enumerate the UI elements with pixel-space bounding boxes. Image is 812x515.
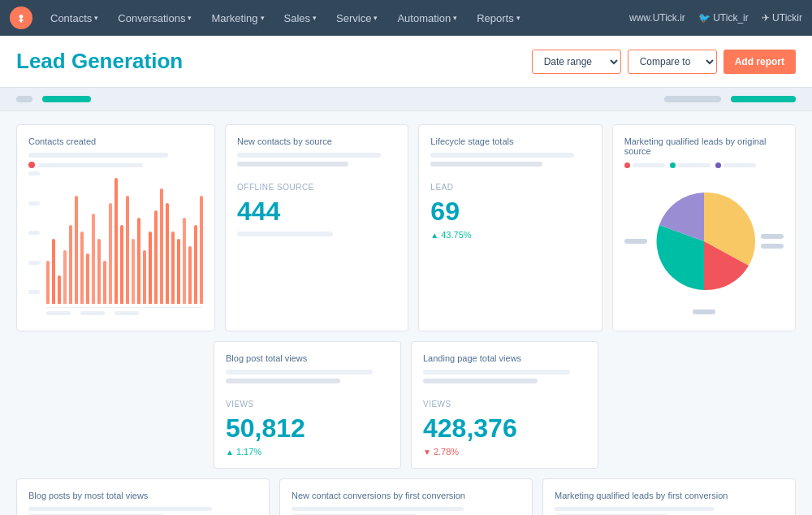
bar-segment — [103, 261, 106, 304]
stacked-bars-3 — [555, 507, 784, 515]
pie-chart-wrapper — [624, 168, 784, 314]
x-label — [46, 311, 71, 315]
bar-segment — [120, 225, 123, 304]
sp-bar — [28, 507, 212, 511]
bottom-title-3: Marketing qualified leads by first conve… — [555, 491, 784, 500]
filter-bar — [0, 88, 812, 111]
placeholder-bar — [430, 162, 542, 167]
landing-views-label: VIEWS — [423, 400, 586, 409]
sp-bar — [555, 507, 715, 511]
mql-title: Marketing qualified leads by original so… — [624, 136, 784, 156]
nav-watermarks: www.UTick.ir 🐦 UTick_ir ✈ UTickir — [629, 12, 802, 24]
chevron-down-icon: ▾ — [188, 14, 192, 22]
new-contacts-title: New contacts by source — [237, 136, 396, 146]
pie-labels-left — [624, 239, 647, 244]
bar-segment — [200, 196, 203, 304]
filter-pill-active[interactable] — [42, 96, 91, 102]
blog-views-title: Blog post total views — [226, 353, 389, 363]
landing-views-value: 428,376 — [423, 413, 586, 444]
placeholder-bar — [423, 379, 538, 383]
bar-segment — [109, 203, 112, 304]
placeholder-bar — [226, 370, 373, 374]
chevron-down-icon: ▾ — [313, 14, 317, 22]
pie-labels-bottom — [693, 309, 715, 314]
legend-dot-1 — [624, 162, 630, 168]
legend-item-1 — [624, 162, 665, 168]
header-controls: Date range Compare to Add report — [532, 50, 796, 74]
bottom-card-2: New contact conversions by first convers… — [279, 478, 533, 515]
bar-segment — [177, 239, 180, 304]
nav-conversations[interactable]: Conversations ▾ — [110, 0, 200, 36]
bar-segment — [194, 225, 197, 304]
lifecycle-stage-card: Lifecycle stage totals LEAD 69 ▲ 43.75% — [418, 124, 602, 331]
bar-segment — [183, 218, 186, 304]
nav-marketing[interactable]: Marketing ▾ — [203, 0, 272, 36]
pie-labels-right — [761, 234, 784, 249]
blog-views-section: VIEWS 50,812 ▲ 1.17% — [226, 400, 389, 457]
nav-sales[interactable]: Sales ▾ — [276, 0, 326, 36]
lifecycle-value: 69 — [430, 197, 590, 227]
stacked-bars-1 — [28, 507, 257, 515]
bar-segment — [80, 232, 84, 304]
chart-dot-icon — [28, 162, 35, 168]
svg-point-0 — [19, 15, 24, 19]
bar-chart — [46, 178, 203, 308]
y-label — [28, 261, 40, 265]
hubspot-logo[interactable] — [10, 6, 32, 29]
y-label — [28, 231, 40, 235]
bar-segment — [137, 218, 140, 304]
blog-views-value: 50,812 — [226, 413, 389, 444]
legend-dot-3 — [715, 162, 721, 168]
sp-line — [292, 507, 520, 511]
source-value: 444 — [237, 197, 396, 227]
filter-pill-right2 — [731, 96, 796, 102]
y-label — [28, 290, 40, 294]
source-label: OFFLINE SOURCE — [237, 183, 396, 192]
contacts-created-title: Contacts created — [28, 136, 203, 146]
landing-views-section: VIEWS 428,376 ▼ 2.78% — [423, 400, 586, 457]
compare-select[interactable]: Compare to — [628, 50, 717, 74]
placeholder-bar — [237, 153, 381, 158]
blog-views-change: ▲ 1.17% — [226, 447, 389, 457]
bar-segment — [97, 239, 101, 304]
nav-automation[interactable]: Automation ▾ — [389, 0, 465, 36]
bar-segment — [154, 210, 158, 304]
blog-views-label: VIEWS — [226, 400, 389, 409]
arrow-up-icon: ▲ — [430, 231, 438, 240]
main-content: Contacts created — [0, 111, 812, 515]
nav-contacts[interactable]: Contacts ▾ — [42, 0, 106, 36]
placeholder-bar — [423, 370, 570, 374]
bar-segment — [188, 246, 192, 304]
add-report-button[interactable]: Add report — [723, 50, 796, 74]
lifecycle-change: ▲ 43.75% — [430, 230, 590, 240]
placeholder-bar — [237, 232, 333, 236]
sp-line — [28, 507, 257, 511]
dashboard-grid-mid: Blog post total views VIEWS 50,812 ▲ 1.1… — [16, 341, 796, 469]
nav-service[interactable]: Service ▾ — [328, 0, 386, 36]
pie-label-bar — [624, 239, 647, 244]
sp-bar — [292, 507, 464, 511]
y-label — [28, 171, 40, 175]
lifecycle-label: LEAD — [430, 183, 590, 192]
x-label — [114, 311, 139, 315]
bar-segment — [126, 196, 129, 304]
chevron-down-icon: ▾ — [94, 14, 98, 22]
chart-y-labels — [28, 171, 203, 308]
filter-pill-inactive — [16, 96, 32, 102]
bar-segment — [63, 250, 67, 304]
placeholder-bar — [237, 162, 348, 167]
filter-pill-right1 — [664, 96, 721, 102]
placeholder-line-1 — [28, 153, 168, 158]
blog-views-card: Blog post total views VIEWS 50,812 ▲ 1.1… — [214, 341, 401, 469]
lifecycle-title: Lifecycle stage totals — [430, 136, 590, 146]
pie-legend — [624, 162, 784, 168]
legend-line — [38, 163, 143, 167]
bar-segment — [171, 232, 175, 304]
nav-reports[interactable]: Reports ▾ — [469, 0, 529, 36]
navbar: Contacts ▾ Conversations ▾ Marketing ▾ S… — [0, 0, 812, 36]
mql-source-card: Marketing qualified leads by original so… — [612, 124, 796, 331]
date-range-select[interactable]: Date range — [532, 50, 621, 74]
landing-views-title: Landing page total views — [423, 353, 586, 363]
bottom-card-3: Marketing qualified leads by first conve… — [542, 478, 796, 515]
chevron-down-icon: ▾ — [453, 14, 457, 22]
